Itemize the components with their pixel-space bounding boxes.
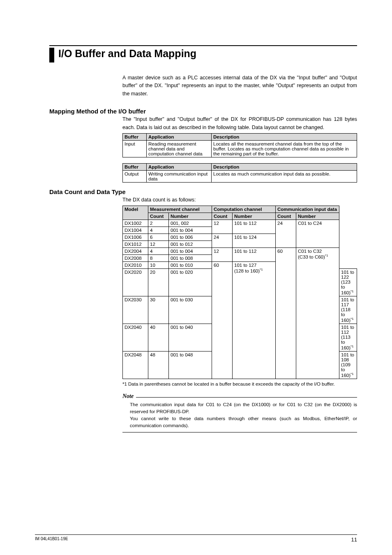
cell-model: DX2048 — [123, 351, 148, 379]
cell-meas-number: 001 to 004 — [169, 227, 212, 234]
cell-comp-number: 101 to 124 — [233, 234, 276, 248]
page-footer: IM 04L41B01-19E 11 — [35, 534, 357, 543]
th-description: Description — [212, 163, 357, 170]
table-row: DX10022001, 00212101 to 11224C01 to C24 — [123, 220, 357, 227]
cell-comm-count: 60 — [276, 248, 296, 379]
title-mark-icon — [49, 48, 54, 62]
th-model: Model — [123, 206, 148, 220]
cell-application: Reading measurement channel data and com… — [147, 140, 212, 157]
page-title: I/O Buffer and Data Mapping — [58, 46, 196, 60]
th-computation: Computation channel — [212, 206, 276, 213]
th-number: Number — [233, 213, 276, 220]
cell-model: DX2020 — [123, 269, 148, 296]
table-input-buffer: Buffer Application Description Input Rea… — [122, 133, 357, 157]
cell-meas-count: 4 — [148, 227, 169, 234]
cell-meas-number: 001 to 010 — [169, 262, 212, 269]
cell-meas-count: 40 — [148, 324, 169, 351]
cell-comp-count: 24 — [212, 234, 233, 248]
cell-application: Writing communication input data — [147, 170, 212, 182]
cell-model: DX2008 — [123, 255, 148, 262]
cell-comp-count: 12 — [212, 220, 233, 234]
cell-meas-number: 001 to 006 — [169, 234, 212, 241]
cell-meas-number: 001 to 012 — [169, 241, 212, 248]
th-buffer: Buffer — [123, 163, 147, 170]
cell-description: Locates all the measurement channel data… — [212, 140, 357, 157]
cell-meas-number: 001 to 008 — [169, 255, 212, 262]
cell-comm-count: 24 — [276, 220, 296, 248]
section-mapping-sub: The "Input buffer" and "Output buffer" o… — [122, 116, 357, 132]
cell-buffer: Output — [123, 170, 147, 182]
cell-meas-number: 001 to 048 — [169, 351, 212, 379]
cell-comp-number: 101 to 127(128 to 160)*1 — [233, 262, 276, 379]
cell-comp-number: 101 to 112 — [233, 248, 276, 262]
cell-model: DX2004 — [123, 248, 148, 255]
cell-comp-number: 101 to 108(109 to 160)*1 — [339, 351, 357, 379]
note-rule-icon — [136, 397, 357, 398]
note-line-2: You cannot write to these data numbers t… — [130, 415, 357, 430]
th-application: Application — [147, 133, 212, 140]
note-line-1: The communication input data for C01 to … — [130, 401, 357, 416]
note-block: Note The communication input data for C0… — [122, 393, 357, 432]
cell-model: DX1012 — [123, 241, 148, 248]
cell-comp-count: 60 — [212, 262, 233, 379]
cell-buffer: Input — [123, 140, 147, 157]
th-number: Number — [296, 213, 339, 220]
table-data-count: Model Measurement channel Computation ch… — [122, 206, 357, 379]
cell-model: DX1004 — [123, 227, 148, 234]
th-count: Count — [148, 213, 169, 220]
cell-comp-number: 101 to 117(118 to 160)*1 — [339, 296, 357, 324]
cell-description: Locates as much communication input data… — [212, 170, 357, 182]
note-label: Note — [122, 393, 136, 400]
table-row: Input Reading measurement channel data a… — [123, 140, 357, 157]
cell-comp-number: 101 to 112 — [233, 220, 276, 234]
footer-page-number: 11 — [351, 536, 357, 543]
cell-meas-number: 001 to 030 — [169, 296, 212, 324]
th-buffer: Buffer — [123, 133, 147, 140]
cell-meas-count: 20 — [148, 269, 169, 296]
cell-meas-number: 001 to 004 — [169, 248, 212, 255]
cell-model: DX2030 — [123, 296, 148, 324]
cell-meas-count: 48 — [148, 351, 169, 379]
th-count: Count — [276, 213, 296, 220]
cell-meas-count: 30 — [148, 296, 169, 324]
note-body: The communication input data for C01 to … — [122, 401, 357, 432]
th-description: Description — [212, 133, 357, 140]
cell-model: DX1006 — [123, 234, 148, 241]
cell-comp-count: 12 — [212, 248, 233, 262]
cell-meas-count: 10 — [148, 262, 169, 269]
th-measurement: Measurement channel — [148, 206, 212, 213]
cell-comm-number: C01 to C24 — [296, 220, 339, 248]
intro-paragraph: A master device such as a PLC accesses i… — [122, 74, 357, 98]
cell-comm-number: C01 to C32(C33 to C60)*1 — [296, 248, 339, 379]
cell-meas-count: 4 — [148, 248, 169, 255]
cell-meas-count: 2 — [148, 220, 169, 227]
cell-meas-count: 12 — [148, 241, 169, 248]
th-number: Number — [169, 213, 212, 220]
section-datacount-sub: The DX data count is as follows: — [122, 196, 357, 204]
cell-comp-number: 101 to 122(123 to 160)*1 — [339, 269, 357, 296]
th-count: Count — [212, 213, 233, 220]
th-application: Application — [147, 163, 212, 170]
cell-model: DX2010 — [123, 262, 148, 269]
section-heading-datacount: Data Count and Data Type — [49, 188, 357, 195]
footer-doc-id: IM 04L41B01-19E — [35, 536, 68, 543]
cell-meas-number: 001 to 020 — [169, 269, 212, 296]
cell-meas-number: 001, 002 — [169, 220, 212, 227]
table-footnote: *1 Data in parentheses cannot be located… — [122, 381, 357, 387]
cell-meas-number: 001 to 040 — [169, 324, 212, 351]
cell-meas-count: 6 — [148, 234, 169, 241]
table-output-buffer: Buffer Application Description Output Wr… — [122, 163, 357, 183]
cell-model: DX2040 — [123, 324, 148, 351]
page-title-block: I/O Buffer and Data Mapping — [49, 45, 357, 62]
table-row: DX20044001 to 00412101 to 11260C01 to C3… — [123, 248, 357, 255]
th-communication: Communication input data — [276, 206, 339, 213]
cell-meas-count: 8 — [148, 255, 169, 262]
cell-model: DX1002 — [123, 220, 148, 227]
section-heading-mapping: Mapping Method of the I/O buffer — [49, 108, 357, 115]
table-row: Output Writing communication input data … — [123, 170, 357, 182]
cell-comp-number: 101 to 112(113 to 160)*1 — [339, 324, 357, 351]
